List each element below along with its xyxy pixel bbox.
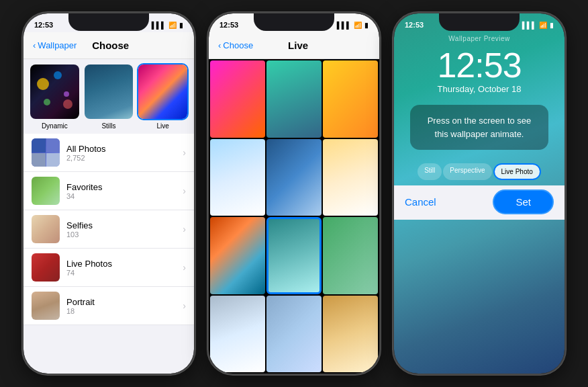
chevron-right-icon-4: › [183,262,186,273]
back-button-2[interactable]: ‹ Choose [218,40,253,50]
option-perspective[interactable]: Perspective [443,163,491,180]
chevron-right-icon-2: › [183,185,186,196]
list-item-live-photos[interactable]: Live Photos 74 › [23,249,194,287]
live-photos-info: Live Photos 74 [66,259,183,277]
portrait-info: Portrait 18 [66,297,183,315]
nav-bar-2: ‹ Choose Live [209,32,379,59]
live-photos-thumb [32,253,60,282]
status-bar-1: 12:53 ▌▌▌ 📶 ▮ [23,13,194,32]
wallpaper-cell-2[interactable] [266,60,322,138]
battery-icon: ▮ [179,22,183,29]
selfies-info: Selfies 103 [66,220,183,239]
list-item-all-photos[interactable]: All Photos 2,752 › [23,134,194,172]
chevron-right-icon-5: › [183,300,186,311]
phone-2: 12:53 ▌▌▌ 📶 ▮ ‹ Choose Live [207,12,381,375]
option-live-photo[interactable]: Live Photo [493,163,541,180]
phone-1-screen: 12:53 ▌▌▌ 📶 ▮ ‹ Wallpaper Choose [23,13,194,374]
chevron-left-icon-2: ‹ [218,40,221,50]
favorites-info: Favorites 34 [66,182,183,200]
selfies-count: 103 [66,230,183,239]
nav-title-2: Live [288,40,308,51]
back-label-1: Wallpaper [38,40,77,50]
back-button-1[interactable]: ‹ Wallpaper [33,40,77,50]
all-photos-count: 2,752 [66,154,183,162]
preview-options-bar: Still Perspective Live Photo [402,163,556,180]
preview-animate-message: Press on the screen to see this wallpape… [410,105,548,150]
status-bar-2: 12:53 ▌▌▌ 📶 ▮ [209,13,379,32]
chevron-left-icon: ‹ [33,40,36,50]
dynamic-label: Dynamic [29,122,81,130]
live-photos-count: 74 [66,269,183,277]
selfies-title: Selfies [66,220,183,230]
back-label-2: Choose [223,40,253,50]
bokeh-1 [37,78,49,90]
portrait-thumb [32,292,60,320]
portrait-count: 18 [66,307,183,315]
wallpaper-cell-4[interactable] [210,139,265,216]
category-live[interactable]: Live [137,63,189,130]
cancel-button[interactable]: Cancel [405,196,436,208]
selfies-thumb [32,215,60,243]
wallpaper-cell-9[interactable] [323,217,378,294]
battery-icon-3: ▮ [550,22,554,29]
chevron-right-icon-3: › [183,224,186,234]
status-icons-1: ▌▌▌ 📶 ▮ [152,22,183,29]
wallpaper-categories: Dynamic Stills Live [23,59,194,134]
phone-3-screen: 12:53 ▌▌▌ 📶 ▮ Wallpaper Preview 12:53 Th… [394,13,565,374]
chevron-right-icon-1: › [183,147,186,158]
wallpaper-cell-7[interactable] [210,217,265,294]
status-time-1: 12:53 [34,21,53,29]
set-button[interactable]: Set [493,189,554,214]
portrait-title: Portrait [66,297,183,307]
bokeh-5 [64,91,69,97]
wallpaper-preview-header: Wallpaper Preview [394,32,565,44]
nav-bar-1: ‹ Wallpaper Choose [23,32,194,59]
list-item-selfies[interactable]: Selfies 103 › [23,210,194,249]
stills-label: Stills [83,122,135,130]
status-bar-3: 12:53 ▌▌▌ 📶 ▮ [394,13,565,32]
status-icons-2: ▌▌▌ 📶 ▮ [337,22,369,29]
wallpaper-cell-10[interactable] [210,296,265,373]
battery-icon-2: ▮ [364,22,369,29]
favorites-title: Favorites [66,182,183,192]
wallpaper-cell-12[interactable] [323,296,378,373]
option-still[interactable]: Still [418,163,442,180]
photo-list: All Photos 2,752 › Favorites 34 › [23,134,194,325]
wallpaper-cell-3[interactable] [323,60,378,138]
stills-thumb [83,63,135,120]
wallpaper-cell-11[interactable] [266,296,322,373]
wallpaper-cell-5[interactable] [266,139,322,216]
bokeh-4 [44,99,50,105]
category-dynamic[interactable]: Dynamic [29,63,81,130]
wifi-icon-2: 📶 [354,22,362,29]
live-label: Live [137,122,189,130]
preview-time-display: 12:53 [394,48,565,83]
live-wallpaper-grid [209,59,379,374]
live-thumb [137,63,189,120]
signal-icon: ▌▌▌ [152,22,166,29]
wallpaper-cell-6[interactable] [323,139,378,216]
dynamic-thumb [29,63,81,120]
set-label: Set [516,196,531,208]
phone-2-screen: 12:53 ▌▌▌ 📶 ▮ ‹ Choose Live [209,13,379,374]
status-icons-3: ▌▌▌ 📶 ▮ [522,22,554,29]
wifi-icon-3: 📶 [539,22,547,29]
wallpaper-cell-8-selected[interactable] [266,217,322,294]
wallpaper-preview-label: Wallpaper Preview [448,35,510,42]
category-stills[interactable]: Stills [83,63,135,130]
preview-actions-bar: Cancel Set [394,185,565,220]
perspective-label: Perspective [450,167,485,174]
phone-1: 12:53 ▌▌▌ 📶 ▮ ‹ Wallpaper Choose [22,12,195,375]
still-label: Still [424,167,435,174]
signal-icon-3: ▌▌▌ [522,22,536,29]
live-photos-title: Live Photos [66,259,183,269]
all-photos-info: All Photos 2,752 [66,144,183,162]
favorites-thumb [32,177,60,205]
preview-date-display: Thursday, October 18 [394,84,565,94]
phone-3: 12:53 ▌▌▌ 📶 ▮ Wallpaper Preview 12:53 Th… [393,12,566,375]
status-time-2: 12:53 [219,21,238,29]
list-item-portrait[interactable]: Portrait 18 › [23,287,194,325]
wallpaper-cell-1[interactable] [210,60,265,138]
status-time-3: 12:53 [405,21,424,29]
list-item-favorites[interactable]: Favorites 34 › [23,172,194,210]
